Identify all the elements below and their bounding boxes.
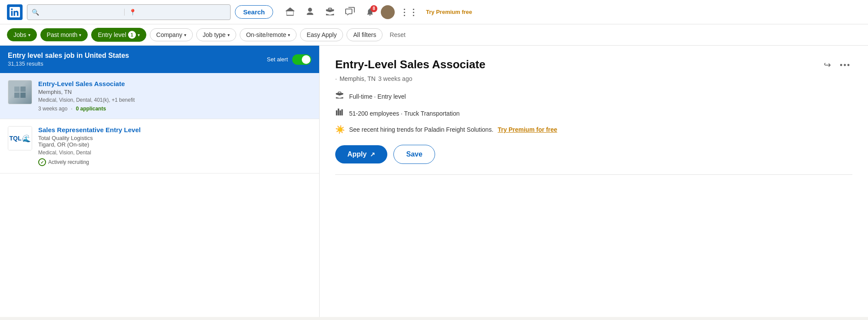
location-input[interactable]: United States (139, 9, 226, 16)
svg-rect-2 (14, 93, 20, 98)
try-premium-link[interactable]: Try Premium free (426, 9, 472, 15)
header-nav: 8 ⋮⋮ (281, 5, 422, 19)
entry-level-badge: 1 (128, 31, 136, 39)
notification-badge: 8 (370, 5, 377, 12)
main-content: Entry level sales job in United States 3… (0, 46, 868, 317)
all-filters-btn[interactable]: All filters (347, 28, 383, 41)
job-company-2: Total Quality Logistics (38, 135, 311, 141)
company-logo-1 (8, 80, 32, 104)
actively-recruiting-badge: ✓ Actively recruiting (38, 158, 311, 166)
jobs-filter-btn[interactable]: Jobs ▾ (7, 28, 37, 41)
job-detail-header: Entry-Level Sales Associate ↪ ••• (335, 58, 852, 72)
apply-external-icon: ↗ (370, 151, 375, 158)
employment-type-section: Full-time · Entry level (335, 91, 852, 102)
keyword-search-area: 🔍 entry level sales job (27, 9, 125, 16)
people-icon (305, 7, 315, 17)
company-logo-2: TQL 🌊 (8, 126, 32, 150)
company-chevron-icon: ▾ (184, 33, 186, 37)
results-count: 31,135 results (8, 60, 129, 67)
search-button[interactable]: Search (235, 5, 273, 19)
home-icon (285, 7, 295, 17)
premium-note-text: See recent hiring trends for Paladin Fre… (349, 126, 493, 133)
search-bar: 🔍 entry level sales job 📍 United States (27, 4, 231, 20)
reset-btn[interactable]: Reset (386, 29, 409, 41)
apply-section: Apply ↗ Save (335, 145, 852, 164)
job-info-2: Sales Representative Entry Level Total Q… (38, 126, 311, 166)
job-type-filter-btn[interactable]: Job type ▾ (196, 28, 236, 41)
more-options-button[interactable]: ••• (838, 58, 852, 72)
grid-icon[interactable]: ⋮⋮ (396, 5, 422, 19)
share-icon: ↪ (824, 60, 831, 70)
apply-button[interactable]: Apply ↗ (335, 145, 387, 163)
search-icon: 🔍 (32, 9, 39, 16)
company-size-icon (335, 108, 344, 119)
job-title-2[interactable]: Sales Representative Entry Level (38, 126, 141, 133)
entry-level-filter-btn[interactable]: Entry level 1 ▾ (91, 28, 146, 42)
filter-bar: Jobs ▾ Past month ▾ Entry level 1 ▾ Comp… (0, 24, 868, 46)
job-card-2[interactable]: TQL 🌊 Sales Representative Entry Level T… (0, 119, 319, 173)
job-company-1: Memphis, TN (38, 89, 311, 95)
keyword-input[interactable]: entry level sales job (42, 9, 120, 16)
actively-recruiting-label: Actively recruiting (48, 159, 89, 165)
results-header: Entry level sales job in United States 3… (0, 46, 319, 73)
svg-rect-0 (14, 87, 20, 92)
user-avatar[interactable] (381, 5, 395, 19)
job-type-chevron-icon: ▾ (228, 33, 230, 37)
job-benefits-1: Medical, Vision, Dental, 401(k), +1 bene… (38, 97, 311, 103)
easy-apply-filter-btn[interactable]: Easy Apply (300, 28, 343, 41)
location-search-area: 📍 United States (125, 9, 230, 16)
header: 🔍 entry level sales job 📍 United States … (0, 0, 868, 24)
company-logo-placeholder-1 (8, 80, 32, 104)
past-month-chevron-icon: ▾ (79, 33, 81, 37)
premium-note-section: ☀️ See recent hiring trends for Paladin … (335, 125, 852, 134)
share-button[interactable]: ↪ (822, 58, 833, 72)
svg-rect-6 (340, 110, 341, 116)
company-size-section: 51-200 employees · Truck Transportation (335, 108, 852, 119)
job-title-1[interactable]: Entry-Level Sales Associate (38, 80, 125, 87)
set-alert-toggle[interactable] (292, 54, 311, 65)
jobs-nav-item[interactable] (321, 5, 339, 19)
briefcase-icon (325, 7, 335, 17)
set-alert-label: Set alert (267, 56, 288, 63)
job-meta-1: 3 weeks ago · 0 applicants (38, 106, 311, 112)
more-icon: ••• (840, 61, 851, 70)
save-button[interactable]: Save (393, 145, 435, 164)
svg-rect-5 (338, 109, 339, 116)
svg-rect-1 (20, 87, 26, 92)
set-alert-group: Set alert (267, 54, 311, 65)
bullet-separator: · (71, 106, 72, 112)
message-icon (345, 7, 355, 17)
svg-rect-3 (20, 93, 26, 98)
premium-link[interactable]: Try Premium for free (498, 126, 557, 133)
job-time-ago-1: 3 weeks ago (38, 106, 67, 112)
detail-actions: ↪ ••• (822, 58, 852, 72)
job-info-1: Entry-Level Sales Associate Memphis, TN … (38, 80, 311, 112)
entry-level-chevron-icon: ▾ (138, 33, 140, 37)
company-filter-btn[interactable]: Company ▾ (150, 28, 193, 41)
bulb-icon: ☀️ (335, 125, 345, 134)
job-detail-location: · Memphis, TN 3 weeks ago (335, 75, 852, 82)
tql-logo: TQL 🌊 (8, 127, 32, 150)
jobs-chevron-icon: ▾ (28, 33, 30, 37)
location-bullet: · (335, 75, 337, 82)
linkedin-logo[interactable] (7, 4, 23, 20)
briefcase-detail-icon (335, 91, 344, 102)
company-size-text: 51-200 employees · Truck Transportation (349, 110, 459, 117)
past-month-filter-btn[interactable]: Past month ▾ (40, 28, 88, 41)
on-site-remote-filter-btn[interactable]: On-site/remote ▾ (240, 28, 297, 41)
svg-rect-7 (341, 109, 343, 115)
messaging-nav-item[interactable] (341, 5, 359, 19)
job-card-1[interactable]: Entry-Level Sales Associate Memphis, TN … (0, 73, 319, 119)
job-benefits-2: Medical, Vision, Dental (38, 150, 311, 156)
notifications-nav-item[interactable]: 8 (361, 5, 379, 19)
people-nav-item[interactable] (301, 5, 319, 19)
on-site-remote-chevron-icon: ▾ (288, 33, 290, 37)
job-detail-title: Entry-Level Sales Associate (335, 58, 485, 71)
recruiting-check-icon: ✓ (40, 160, 44, 165)
job-location-2: Tigard, OR (On-site) (38, 141, 311, 148)
results-title: Entry level sales job in United States (8, 52, 129, 60)
content-divider (335, 174, 852, 175)
job-applicants-1: 0 applicants (76, 106, 106, 112)
home-nav-item[interactable] (281, 5, 299, 19)
toggle-knob (302, 55, 310, 64)
